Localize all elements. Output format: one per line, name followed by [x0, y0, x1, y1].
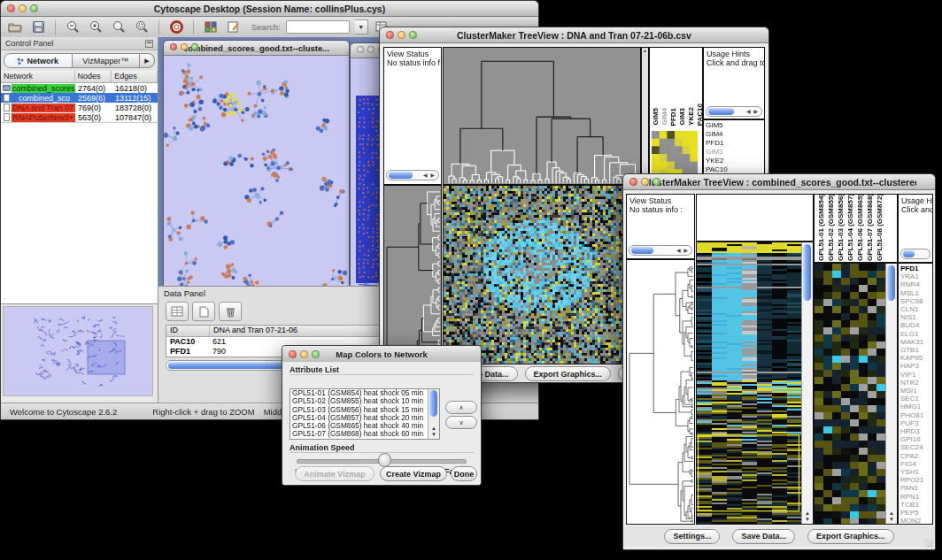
zoom-button[interactable]: [191, 43, 198, 50]
new-attribute-icon[interactable]: [192, 302, 215, 321]
heatmap-vscrollbar[interactable]: ▲▼: [801, 242, 813, 524]
main-heatmap-panel[interactable]: ▲▼: [696, 242, 814, 525]
move-down-button[interactable]: ∨: [445, 416, 477, 429]
tab-overflow-arrow-icon[interactable]: ▶: [140, 53, 155, 68]
minimize-button[interactable]: [19, 4, 27, 12]
attribute-list-item[interactable]: GPL51-07 (GSM868) heat shock 60 min: [290, 430, 439, 438]
network-overview-panel[interactable]: [1, 303, 158, 403]
minimize-button[interactable]: [181, 43, 188, 50]
close-button[interactable]: [289, 350, 297, 358]
attribute-listbox[interactable]: GPL51-01 (GSM854) heat shock 05 minGPL51…: [290, 388, 440, 440]
dendrogram-scroll-strip[interactable]: ▲: [641, 47, 649, 185]
delete-attribute-icon[interactable]: [219, 302, 242, 321]
network-row[interactable]: combined_sco2569(6)13112(15): [1, 93, 158, 103]
scroll-arrows-icon[interactable]: ◀ ▶: [676, 246, 689, 255]
zoom-button[interactable]: [409, 31, 417, 39]
zoom-heatmap-panel[interactable]: ▲▼: [814, 263, 898, 525]
column-dendrogram-panel[interactable]: [696, 194, 814, 242]
window-controls[interactable]: [170, 43, 198, 50]
status-hscrollbar[interactable]: ◀ ▶: [386, 170, 439, 180]
main-titlebar[interactable]: Cytoscape Desktop (Session Name: collins…: [1, 1, 538, 17]
resize-grip[interactable]: [924, 539, 933, 548]
column-dendrogram-panel[interactable]: [443, 47, 641, 185]
scroll-arrows-icon[interactable]: ◀ ▶: [746, 107, 759, 116]
close-button[interactable]: [629, 178, 637, 186]
close-button[interactable]: [7, 4, 15, 12]
minimize-button[interactable]: [398, 31, 405, 39]
status-hscrollbar[interactable]: ◀ ▶: [629, 245, 692, 256]
window-controls[interactable]: [386, 31, 417, 39]
usage-hscrollbar[interactable]: ◀ ▶: [706, 106, 762, 117]
scrollbar-thumb[interactable]: [429, 390, 437, 417]
save-icon[interactable]: [29, 19, 47, 35]
network-view-window[interactable]: combined_scores_good.txt--cluste...: [163, 40, 350, 322]
zoom-button[interactable]: [652, 178, 660, 186]
create-vizmap-button[interactable]: Create Vizmap: [380, 466, 447, 481]
network-row[interactable]: DNA and Tran 07769(0)183728(0): [1, 103, 158, 112]
network-column-header[interactable]: Nodes: [75, 71, 112, 82]
close-button[interactable]: [386, 31, 394, 39]
zoom-selected-icon[interactable]: [110, 19, 127, 35]
main-heatmap-panel[interactable]: ▲▼: [443, 185, 641, 364]
animate-vizmap-button[interactable]: Animate Vizmap: [295, 466, 374, 481]
scroll-arrows-icon[interactable]: ◀ ▶: [423, 171, 436, 180]
tab-vizmapper[interactable]: VizMapper™: [73, 53, 141, 68]
network-view-titlebar[interactable]: combined_scores_good.txt--cluste...: [164, 41, 349, 56]
export-graphics-button[interactable]: Export Graphics...: [807, 529, 894, 544]
scroll-arrows-icon[interactable]: ▲▼: [429, 426, 439, 438]
attribute-select-icon[interactable]: [166, 302, 189, 321]
search-dropdown-icon[interactable]: ▼: [355, 19, 368, 35]
open-file-icon[interactable]: [6, 19, 24, 35]
zoom-fit-icon[interactable]: [133, 19, 151, 35]
zoom-vscrollbar[interactable]: ▲▼: [885, 264, 897, 524]
window-controls[interactable]: [7, 4, 38, 12]
settings-button[interactable]: Settings...: [664, 529, 720, 544]
network-overview-thumbnail[interactable]: [3, 306, 153, 396]
network-view-canvas[interactable]: [164, 56, 347, 320]
annotation-icon[interactable]: [225, 19, 243, 35]
close-button[interactable]: [357, 46, 364, 53]
network-column-header[interactable]: Network: [1, 71, 75, 82]
minimize-button[interactable]: [641, 178, 649, 186]
close-button[interactable]: [170, 43, 177, 50]
scroll-arrows-icon[interactable]: ▲▼: [802, 510, 813, 523]
export-graphics-button[interactable]: Export Graphics...: [525, 366, 612, 381]
attribute-list-scrollbar[interactable]: ▲▼: [428, 389, 439, 439]
window-controls[interactable]: [289, 350, 320, 358]
move-up-button[interactable]: ∧: [445, 401, 477, 414]
network-list-empty-area[interactable]: [1, 122, 158, 303]
scrollbar-thumb[interactable]: [389, 172, 413, 179]
usage-hscrollbar[interactable]: [900, 249, 930, 259]
minimize-button[interactable]: [300, 350, 308, 358]
scroll-up-icon[interactable]: ▲: [642, 48, 648, 53]
treeview-combined-titlebar[interactable]: ClusterMaker TreeView : combined_scores_…: [623, 174, 935, 190]
dialog-titlebar[interactable]: Map Colors to Network: [282, 346, 481, 363]
help-lifebuoy-icon[interactable]: [167, 19, 185, 35]
slider-thumb[interactable]: [378, 453, 391, 467]
done-button[interactable]: Done: [451, 466, 477, 481]
save-data-button[interactable]: Save Data...: [732, 529, 795, 544]
float-panel-icon[interactable]: [145, 40, 153, 48]
zoom-button[interactable]: [30, 4, 38, 12]
zoom-gene-list[interactable]: PFD1YRA1RNR4MSL1SPC98CLN1NIS1BUD4ELG1MAK…: [898, 263, 933, 525]
row-dendrogram-panel[interactable]: [626, 259, 695, 525]
zoom-heatmap-canvas[interactable]: [652, 131, 698, 177]
scrollbar-thumb[interactable]: [708, 108, 734, 115]
zoom-in-icon[interactable]: [87, 19, 104, 35]
network-row[interactable]: combined_scores2764(0)16218(0): [1, 83, 158, 93]
attribute-column-header[interactable]: ID: [166, 326, 210, 336]
treeview-dna-titlebar[interactable]: ClusterMaker TreeView : DNA and Tran 07-…: [380, 27, 768, 43]
scrollbar-thumb[interactable]: [631, 247, 653, 254]
zoom-button[interactable]: [312, 350, 320, 358]
search-input[interactable]: [286, 20, 350, 34]
scrollbar-thumb[interactable]: [903, 250, 915, 257]
minimize-button[interactable]: [367, 46, 374, 53]
row-dendrogram-panel[interactable]: [383, 185, 442, 364]
scrollbar-thumb[interactable]: [803, 244, 811, 301]
zoom-out-icon[interactable]: [64, 19, 81, 35]
scroll-arrows-icon[interactable]: ▲▼: [886, 510, 897, 523]
window-controls[interactable]: [629, 178, 660, 186]
tab-network[interactable]: Network: [4, 53, 73, 68]
network-row[interactable]: RNAPuberNov2+563(0)107847(0): [1, 112, 158, 122]
vizmapper-icon[interactable]: [202, 19, 220, 35]
